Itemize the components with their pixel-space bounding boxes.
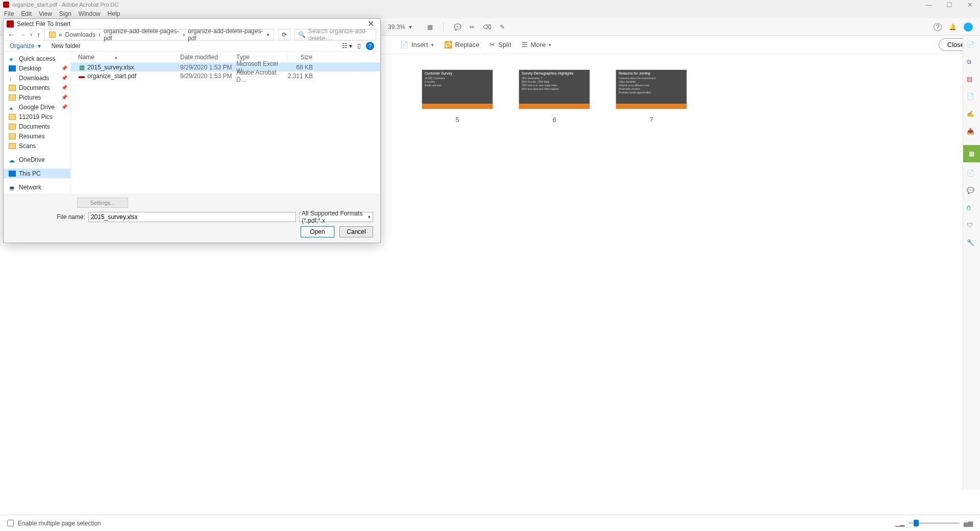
sidebar-documents[interactable]: Documents📌: [4, 83, 70, 92]
new-folder-button[interactable]: New folder: [51, 42, 80, 50]
sidebar-folder[interactable]: 112019 Pics: [4, 112, 70, 122]
file-dialog: Select File To Insert ✕ ← → ▾ ↑ « Downlo…: [3, 18, 381, 243]
multi-select-label: Enable multiple page selection: [18, 520, 101, 527]
dialog-footer: Settings... File name: All Supported For…: [4, 194, 380, 243]
sidebar-folder[interactable]: Documents: [4, 122, 70, 131]
page-thumbnail[interactable]: Reasons for JoiningConcerns about the en…: [616, 69, 687, 124]
highlighter-icon[interactable]: ✏: [470, 23, 475, 31]
more-tools-icon[interactable]: 🔧: [967, 239, 977, 249]
filename-label: File name:: [57, 213, 85, 221]
close-icon[interactable]: ✕: [960, 1, 980, 9]
edit-icon[interactable]: ▤: [967, 76, 977, 86]
file-row[interactable]: ▬organize_start.pdf 9/29/2020 1:53 PM Ad…: [71, 71, 380, 80]
eraser-icon[interactable]: ⌫: [483, 23, 492, 31]
nav-back-icon[interactable]: ←: [8, 31, 15, 39]
help-icon[interactable]: ?: [934, 23, 942, 31]
breadcrumb[interactable]: « Downloads› organize-add-delete-pages-p…: [44, 29, 274, 40]
menubar: File Edit View Sign Window Help: [0, 9, 980, 18]
filetype-filter[interactable]: All Supported Formats (*.pdf;*.x▾: [299, 212, 373, 222]
combine-icon[interactable]: ⧉: [967, 58, 977, 68]
nav-forward-icon: →: [19, 31, 26, 39]
minimize-icon[interactable]: —: [919, 1, 939, 9]
organize-pages-icon[interactable]: ▦: [963, 145, 981, 162]
preview-pane-icon[interactable]: ▯: [357, 42, 361, 50]
filename-input[interactable]: [88, 212, 296, 222]
file-row[interactable]: ▦2015_survey.xlsx 9/29/2020 1:53 PM Micr…: [71, 63, 380, 71]
page-number: 5: [456, 116, 459, 124]
page-number: 6: [553, 116, 556, 124]
organize-menu[interactable]: Organize ▾: [10, 42, 41, 50]
dialog-sidebar: Quick access Desktop📌 Downloads📌 Documen…: [4, 52, 71, 194]
menu-view[interactable]: View: [39, 10, 52, 17]
export-icon[interactable]: 📄: [967, 93, 977, 103]
dialog-app-icon: [7, 20, 14, 28]
replace-button[interactable]: 🔁Replace: [444, 41, 480, 49]
view-options-icon[interactable]: ☷ ▾: [342, 42, 352, 50]
app-icon: [3, 2, 9, 8]
menu-help[interactable]: Help: [108, 10, 120, 17]
sidebar-folder[interactable]: Scans: [4, 141, 70, 151]
sidebar-downloads[interactable]: Downloads📌: [4, 73, 70, 83]
sidebar-onedrive[interactable]: OneDrive: [4, 155, 70, 164]
excel-icon: ▦: [78, 64, 85, 71]
page-thumbnail[interactable]: Customer Survey20,000 customers6 monthsE…: [422, 69, 493, 124]
refresh-icon[interactable]: ⟳: [278, 29, 290, 40]
dialog-help-icon[interactable]: ?: [366, 42, 374, 50]
dialog-nav: ← → ▾ ↑ « Downloads› organize-add-delete…: [4, 29, 380, 41]
status-bar: Enable multiple page selection ▁▂ ▅▆: [0, 515, 980, 531]
multi-select-checkbox[interactable]: [7, 520, 14, 526]
page-number: 7: [650, 116, 653, 124]
cancel-button[interactable]: Cancel: [339, 226, 373, 237]
right-tools-panel: 📄 ⧉ ▤ 📄 ✍ 📤 ▦ 📄 💬 ⎙ 🛡 🔧: [963, 36, 980, 490]
page-thumbnail[interactable]: Survey Demographics Highlights65% Genera…: [519, 69, 590, 124]
sidebar-pictures[interactable]: Pictures📌: [4, 92, 70, 102]
sidebar-folder[interactable]: Resumes: [4, 131, 70, 141]
avatar[interactable]: [964, 22, 973, 32]
send-icon[interactable]: 📤: [967, 128, 977, 138]
zoom-out-icon[interactable]: ▁▂: [895, 520, 904, 527]
dialog-toolbar: Organize ▾ New folder ☷ ▾ ▯ ?: [4, 41, 380, 52]
zoom-level[interactable]: 39.3% ▾: [388, 23, 412, 31]
window-controls: — ☐ ✕: [919, 1, 980, 9]
more-button[interactable]: ☰More▾: [522, 41, 552, 49]
zoom-slider[interactable]: [909, 522, 960, 524]
maximize-icon[interactable]: ☐: [939, 1, 960, 9]
scan-icon[interactable]: ⎙: [967, 204, 977, 214]
dialog-title: Select File To Insert: [17, 20, 70, 28]
nav-recent-icon[interactable]: ▾: [30, 32, 33, 37]
redact-icon[interactable]: 📄: [967, 170, 977, 180]
comment-tool-icon[interactable]: 💬: [967, 187, 977, 197]
settings-button[interactable]: Settings...: [77, 198, 128, 208]
titlebar: organize_start.pdf - Adobe Acrobat Pro D…: [0, 0, 980, 9]
insert-button[interactable]: 📄Insert▾: [400, 41, 434, 49]
nav-up-icon[interactable]: ↑: [37, 31, 40, 39]
menu-window[interactable]: Window: [79, 10, 101, 17]
file-list: Name▴ Date modified Type Size ▦2015_surv…: [71, 52, 380, 194]
folder-icon: [49, 32, 56, 38]
menu-sign[interactable]: Sign: [59, 10, 71, 17]
tag-icon[interactable]: ✎: [500, 23, 505, 31]
split-button[interactable]: ✂Split: [489, 41, 511, 49]
sidebar-google-drive[interactable]: Google Drive📌: [4, 102, 70, 112]
comment-icon[interactable]: 💬: [454, 23, 461, 31]
sidebar-network[interactable]: Network: [4, 182, 70, 192]
dialog-search-input[interactable]: 🔍Search organize-add-delete-...: [295, 29, 376, 40]
sidebar-desktop[interactable]: Desktop📌: [4, 63, 70, 73]
title-text: organize_start.pdf - Adobe Acrobat Pro D…: [12, 2, 119, 8]
keyboard-icon[interactable]: ▦: [427, 23, 433, 31]
bell-icon[interactable]: 🔔: [949, 23, 957, 31]
sidebar-this-pc[interactable]: This PC: [4, 168, 70, 178]
open-button[interactable]: Open: [301, 226, 334, 237]
sign-icon[interactable]: ✍: [967, 110, 977, 120]
protect-icon[interactable]: 🛡: [967, 222, 977, 232]
search-icon: 🔍: [298, 31, 306, 38]
create-pdf-icon[interactable]: 📄: [967, 41, 977, 51]
pdf-icon: ▬: [78, 73, 85, 80]
menu-edit[interactable]: Edit: [21, 10, 32, 17]
menu-file[interactable]: File: [4, 10, 14, 17]
sidebar-quick-access[interactable]: Quick access: [4, 54, 70, 63]
file-list-header[interactable]: Name▴ Date modified Type Size: [71, 52, 380, 63]
zoom-in-icon[interactable]: ▅▆: [964, 520, 973, 527]
